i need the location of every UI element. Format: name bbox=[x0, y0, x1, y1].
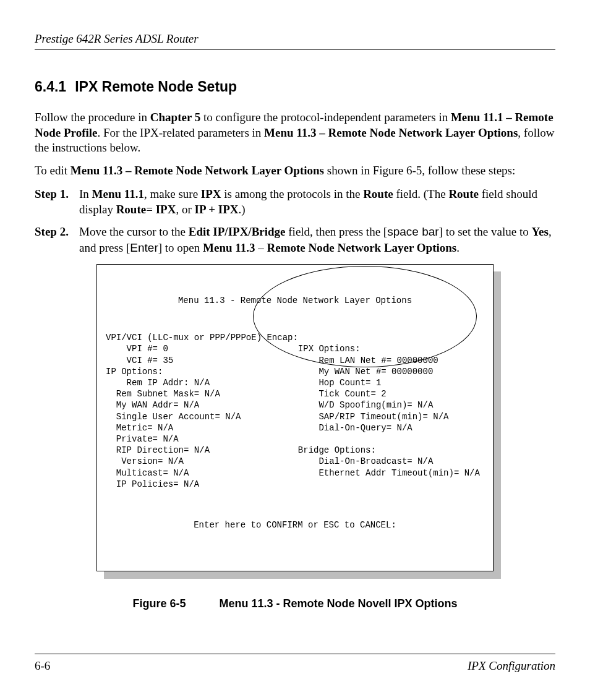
step-1-body: In Menu 11.1, make sure IPX is among the… bbox=[79, 186, 555, 218]
footer-section-name: IPX Configuration bbox=[468, 659, 555, 673]
intro-paragraph-2: To edit Menu 11.3 – Remote Node Network … bbox=[35, 163, 555, 179]
step-2-body: Move the cursor to the Edit IP/IPX/Bridg… bbox=[79, 224, 555, 255]
menu-title: Menu 11.3 - Remote Node Network Layer Op… bbox=[106, 295, 484, 306]
menu-left-column: VPI/VCI (LLC-mux or PPP/PPPoE) Encap: VP… bbox=[106, 332, 298, 490]
figure-caption-text: Menu 11.3 - Remote Node Novell IPX Optio… bbox=[219, 597, 457, 610]
section-heading: 6.4.1IPX Remote Node Setup bbox=[35, 79, 555, 95]
step-1: Step 1. In Menu 11.1, make sure IPX is a… bbox=[35, 186, 555, 218]
step-list: Step 1. In Menu 11.1, make sure IPX is a… bbox=[35, 186, 555, 256]
section-number: 6.4.1 bbox=[35, 79, 66, 95]
section-title-text: IPX Remote Node Setup bbox=[75, 79, 237, 95]
figure-number: Figure 6-5 bbox=[132, 597, 186, 610]
menu-columns: VPI/VCI (LLC-mux or PPP/PPPoE) Encap: VP… bbox=[106, 332, 484, 490]
page-footer: 6-6 IPX Configuration bbox=[35, 654, 555, 673]
menu-box: Menu 11.3 - Remote Node Network Layer Op… bbox=[96, 264, 494, 571]
figure-caption: Figure 6-5Menu 11.3 - Remote Node Novell… bbox=[35, 597, 555, 610]
menu-figure: Menu 11.3 - Remote Node Network Layer Op… bbox=[96, 264, 494, 571]
menu-right-column: IPX Options: Rem LAN Net #= 00000000 My … bbox=[298, 332, 484, 490]
page: Prestige 642R Series ADSL Router 6.4.1IP… bbox=[0, 0, 590, 700]
running-header: Prestige 642R Series ADSL Router bbox=[35, 32, 555, 50]
intro-paragraph-1: Follow the procedure in Chapter 5 to con… bbox=[35, 110, 555, 156]
page-number: 6-6 bbox=[35, 659, 50, 673]
menu-footer: Enter here to CONFIRM or ESC to CANCEL: bbox=[106, 519, 484, 531]
step-1-label: Step 1. bbox=[35, 186, 79, 218]
step-2: Step 2. Move the cursor to the Edit IP/I… bbox=[35, 224, 555, 255]
step-2-label: Step 2. bbox=[35, 224, 79, 255]
